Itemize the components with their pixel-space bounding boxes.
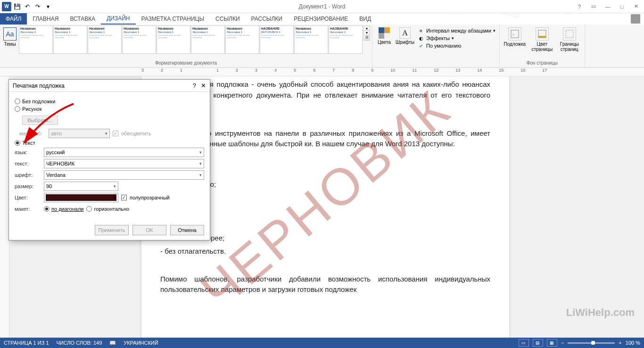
- horizontal-ruler[interactable]: 3211234567891011121314151617: [0, 68, 644, 76]
- semitransparent-checkbox[interactable]: [121, 195, 127, 200]
- user-avatar-icon[interactable]: [631, 14, 640, 24]
- status-bar: СТРАНИЦА 1 ИЗ 1 ЧИСЛО СЛОВ: 149 📖 УКРАИН…: [0, 338, 644, 348]
- print-layout-icon[interactable]: ▤: [533, 339, 543, 347]
- list-item[interactable]: - без отлагательств.: [160, 246, 490, 257]
- effects-list: ≡Интервал между абзацами▾ ◐Эффекты▾ ✔По …: [416, 25, 497, 51]
- colors-button[interactable]: Цвета: [374, 25, 394, 45]
- style-thumb[interactable]: НазваниеЗаголовок 1Lorem ipsum dolor sit…: [122, 25, 156, 54]
- text-radio[interactable]: Текст: [15, 140, 204, 146]
- scroll-down-icon: ▾: [364, 31, 370, 35]
- dialog-titlebar[interactable]: Печатная подложка ? ✕: [9, 80, 210, 92]
- paragraph[interactable]: Помимо шаблонов, разработчики добавили в…: [160, 274, 490, 295]
- themes-icon: Aa: [3, 27, 17, 41]
- dialog-body: Без подложки Рисунок Выбрать... масштаб:…: [9, 92, 210, 220]
- effects-button[interactable]: ◐Эффекты▾: [418, 35, 495, 41]
- language-dropdown[interactable]: русский: [44, 148, 204, 157]
- redo-icon[interactable]: ↷: [33, 2, 42, 11]
- tab-home[interactable]: ГЛАВНАЯ: [27, 13, 64, 25]
- horizontal-radio[interactable]: горизонтально: [86, 206, 129, 212]
- radio-icon: [86, 206, 92, 212]
- fonts-button[interactable]: A Шрифты: [395, 25, 415, 45]
- undo-icon[interactable]: ↶: [23, 2, 32, 11]
- user-area[interactable]: [631, 13, 644, 25]
- ribbon-display-icon[interactable]: ▭: [587, 2, 600, 11]
- page-color-icon: [536, 27, 549, 41]
- save-icon[interactable]: 💾: [12, 2, 22, 11]
- set-default-button[interactable]: ✔По умолчанию: [418, 42, 495, 49]
- svg-rect-6: [538, 36, 546, 38]
- tab-layout[interactable]: РАЗМЕТКА СТРАНИЦЫ: [136, 13, 210, 25]
- watermark-icon: A: [508, 27, 521, 41]
- apply-button: Применить: [95, 225, 129, 235]
- font-dropdown[interactable]: Verdana: [44, 170, 204, 180]
- window-controls: ? ▭ — □ ✕: [573, 2, 644, 11]
- style-thumb[interactable]: НазваниеЗаголовок 1Lorem ipsum dolor sit…: [191, 25, 225, 54]
- tab-insert[interactable]: ВСТАВКА: [64, 13, 101, 25]
- ribbon-tabs: ФАЙЛ ГЛАВНАЯ ВСТАВКА ДИЗАЙН РАЗМЕТКА СТР…: [0, 13, 644, 25]
- style-thumb[interactable]: НАЗВАНИЕЗаголовок 1Lorem ipsum dolor sit…: [329, 25, 363, 54]
- window-title: Документ1 - Word: [298, 3, 345, 10]
- dialog-title: Печатная подложка: [13, 83, 65, 89]
- gallery-more-icon: ⊟: [364, 35, 370, 40]
- site-watermark: LiWiHelp.com: [566, 307, 635, 319]
- help-icon[interactable]: ?: [573, 2, 586, 11]
- style-thumb[interactable]: НазваниеЗаголовок 1Lorem ipsum dolor sit…: [19, 25, 53, 54]
- colors-icon: [379, 27, 390, 39]
- svg-rect-7: [566, 30, 573, 38]
- vertical-ruler[interactable]: [0, 76, 9, 338]
- minimize-icon[interactable]: —: [602, 2, 614, 11]
- themes-button[interactable]: Aa Темы: [2, 25, 18, 47]
- zoom-in-icon[interactable]: +: [619, 340, 621, 346]
- style-thumb[interactable]: НазваниеЗаголовок 1Lorem ipsum dolor sit…: [88, 25, 122, 54]
- gallery-scroll[interactable]: ▴▾⊟: [363, 25, 370, 41]
- effects-icon: ◐: [418, 35, 424, 41]
- tab-mailings[interactable]: РАССЫЛКИ: [246, 13, 288, 25]
- dialog-help-icon[interactable]: ?: [193, 82, 196, 89]
- zoom-slider[interactable]: [568, 342, 615, 344]
- style-thumb[interactable]: НАЗВАНИЕЗАГОЛОВОК 1Lorem ipsum dolor sit…: [260, 25, 294, 54]
- color-dropdown[interactable]: [44, 193, 118, 202]
- tab-references[interactable]: ССЫЛКИ: [210, 13, 245, 25]
- close-icon[interactable]: ✕: [630, 2, 642, 11]
- text-dropdown[interactable]: ЧЕРНОВИК: [44, 159, 204, 168]
- washout-checkbox: [113, 131, 118, 136]
- style-thumb[interactable]: НазваниеЗаголовок 1Lorem ipsum dolor sit…: [157, 25, 190, 54]
- page-color-button[interactable]: Цвет страницы: [529, 25, 555, 52]
- tab-view[interactable]: ВИД: [354, 13, 377, 25]
- size-dropdown[interactable]: 90: [44, 182, 118, 191]
- dialog-close-icon[interactable]: ✕: [201, 82, 206, 89]
- read-mode-icon[interactable]: ▭: [519, 339, 529, 347]
- tab-design[interactable]: ДИЗАЙН: [101, 13, 135, 25]
- paragraph-spacing-button[interactable]: ≡Интервал между абзацами▾: [418, 27, 495, 34]
- scroll-up-icon: ▴: [364, 26, 370, 31]
- proofing-icon[interactable]: 📖: [109, 340, 116, 346]
- qat-dropdown-icon[interactable]: ▾: [43, 2, 53, 11]
- radio-icon: [15, 106, 20, 112]
- watermark-dialog: Печатная подложка ? ✕ Без подложки Рисун…: [8, 79, 210, 240]
- style-thumb[interactable]: НазваниеЗаголовок 1Lorem ipsum dolor sit…: [225, 25, 259, 54]
- tab-review[interactable]: РЕЦЕНЗИРОВАНИЕ: [288, 13, 354, 25]
- quick-access-toolbar: W 💾 ↶ ↷ ▾: [0, 2, 53, 11]
- no-watermark-radio[interactable]: Без подложки: [15, 99, 204, 104]
- word-count[interactable]: ЧИСЛО СЛОВ: 149: [57, 340, 102, 346]
- maximize-icon[interactable]: □: [616, 2, 628, 11]
- borders-icon: [563, 27, 576, 41]
- style-set-gallery[interactable]: НазваниеЗаголовок 1Lorem ipsum dolor sit…: [19, 25, 363, 54]
- ribbon: Aa Темы НазваниеЗаголовок 1Lorem ipsum d…: [0, 25, 644, 68]
- watermark-button[interactable]: A Подложка: [502, 25, 528, 47]
- title-bar: W 💾 ↶ ↷ ▾ Документ1 - Word ? ▭ — □ ✕: [0, 0, 644, 13]
- diagonal-radio[interactable]: по диагонали: [44, 206, 83, 212]
- radio-icon: [44, 206, 50, 212]
- page-indicator[interactable]: СТРАНИЦА 1 ИЗ 1: [4, 340, 49, 346]
- style-thumb[interactable]: НазваниеЗаголовок 1Lorem ipsum dolor sit…: [53, 25, 87, 54]
- zoom-level[interactable]: 100 %: [626, 340, 640, 346]
- language-indicator[interactable]: УКРАИНСКИЙ: [124, 340, 158, 346]
- picture-radio[interactable]: Рисунок: [15, 106, 204, 112]
- page-borders-button[interactable]: Границы страниц: [556, 25, 583, 52]
- zoom-out-icon[interactable]: −: [561, 340, 564, 346]
- style-thumb[interactable]: НазваниеЗаголовок 1Lorem ipsum dolor sit…: [294, 25, 328, 54]
- word-app-icon[interactable]: W: [2, 2, 11, 11]
- web-layout-icon[interactable]: ▦: [547, 339, 557, 347]
- tab-file[interactable]: ФАЙЛ: [0, 13, 27, 25]
- cancel-button[interactable]: Отмена: [170, 225, 204, 235]
